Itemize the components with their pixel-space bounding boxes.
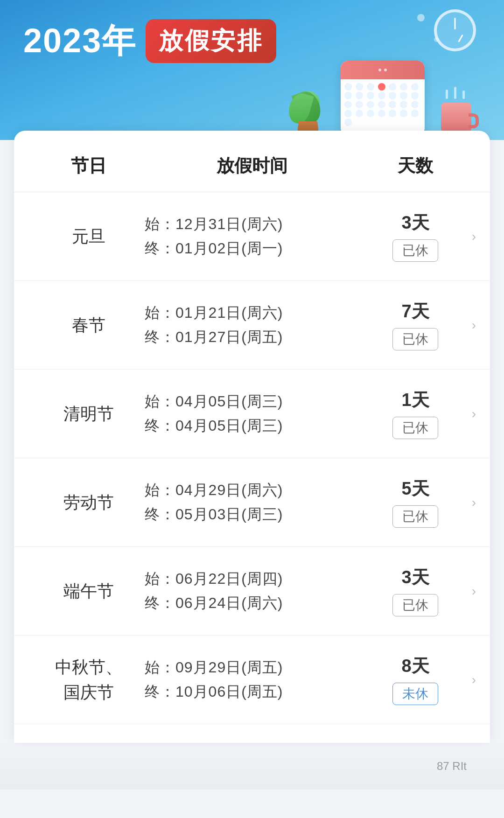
days-count: 7天 xyxy=(401,300,429,323)
status-badge: 已休 xyxy=(392,417,438,439)
holiday-dates: 始：04月29日(周六) 终：05月03日(周三) xyxy=(135,480,369,525)
chevron-right-icon: › xyxy=(472,406,476,421)
days-count: 3天 xyxy=(401,211,429,235)
start-date: 始：04月29日(周六) xyxy=(145,480,369,501)
bottom-area: 87 RIt xyxy=(0,743,504,790)
chevron-right-icon: › xyxy=(472,584,476,599)
content-card: 节日 放假时间 天数 元旦 始：12月31日(周六) 终：01月02日(周一) … xyxy=(14,131,490,743)
holiday-name: 清明节 xyxy=(42,401,135,426)
days-count: 1天 xyxy=(401,388,429,412)
holiday-dates: 始：01月21日(周六) 终：01月27日(周五) xyxy=(135,303,369,348)
start-date: 始：12月31日(周六) xyxy=(145,214,369,235)
start-date: 始：09月29日(周五) xyxy=(145,657,369,678)
holiday-name: 劳动节 xyxy=(42,490,135,515)
end-date: 终：06月24日(周六) xyxy=(145,593,369,614)
holiday-days-col: 3天 已休 xyxy=(369,566,462,616)
start-date: 始：06月22日(周四) xyxy=(145,569,369,589)
holiday-days-col: 8天 未休 xyxy=(369,654,462,705)
holiday-name: 春节 xyxy=(42,313,135,338)
chevron-right-icon: › xyxy=(472,672,476,687)
chevron-right-icon: › xyxy=(472,495,476,510)
mug-decoration xyxy=(441,93,478,135)
end-date: 终：10月06日(周五) xyxy=(145,682,369,702)
holiday-days-col: 5天 已休 xyxy=(369,477,462,528)
days-count: 8天 xyxy=(401,654,429,678)
plant-decoration xyxy=(280,65,336,140)
start-date: 始：01月21日(周六) xyxy=(145,303,369,323)
status-badge: 未休 xyxy=(392,683,438,705)
holiday-rows: 元旦 始：12月31日(周六) 终：01月02日(周一) 3天 已休 › 春节 … xyxy=(14,192,490,724)
holiday-badge: 放假安排 xyxy=(146,19,276,63)
holiday-row[interactable]: 中秋节、国庆节 始：09月29日(周五) 终：10月06日(周五) 8天 未休 … xyxy=(14,636,490,724)
status-badge: 已休 xyxy=(392,594,438,616)
banner: 2023年 放假安排 xyxy=(0,0,504,140)
holiday-row[interactable]: 清明节 始：04月05日(周三) 终：04月05日(周三) 1天 已休 › xyxy=(14,370,490,458)
holiday-name: 端午节 xyxy=(42,579,135,604)
holiday-days-col: 7天 已休 xyxy=(369,300,462,350)
end-date: 终：01月27日(周五) xyxy=(145,327,369,348)
col-header-days: 天数 xyxy=(369,154,462,178)
holiday-row[interactable]: 劳动节 始：04月29日(周六) 终：05月03日(周三) 5天 已休 › xyxy=(14,458,490,547)
calendar-decoration xyxy=(336,47,429,135)
holiday-dates: 始：04月05日(周三) 终：04月05日(周三) xyxy=(135,392,369,436)
holiday-dates: 始：12月31日(周六) 终：01月02日(周一) xyxy=(135,214,369,259)
holiday-dates: 始：06月22日(周四) 终：06月24日(周六) xyxy=(135,569,369,614)
holiday-days-col: 1天 已休 xyxy=(369,388,462,439)
start-date: 始：04月05日(周三) xyxy=(145,392,369,412)
col-header-holiday: 节日 xyxy=(42,154,135,178)
holiday-dates: 始：09月29日(周五) 终：10月06日(周五) xyxy=(135,657,369,702)
clock-icon xyxy=(434,9,476,51)
bottom-text: 87 RIt xyxy=(437,760,467,773)
holiday-name: 元旦 xyxy=(42,224,135,249)
deco-dot1 xyxy=(417,14,425,21)
year-text: 2023年 xyxy=(23,19,136,63)
holiday-row[interactable]: 端午节 始：06月22日(周四) 终：06月24日(周六) 3天 已休 › xyxy=(14,547,490,636)
end-date: 终：04月05日(周三) xyxy=(145,416,369,436)
banner-title: 2023年 放假安排 xyxy=(23,19,276,63)
status-badge: 已休 xyxy=(392,239,438,262)
holiday-days-col: 3天 已休 xyxy=(369,211,462,262)
badge-text: 放假安排 xyxy=(159,25,263,57)
col-header-time: 放假时间 xyxy=(135,154,369,178)
end-date: 终：05月03日(周三) xyxy=(145,504,369,525)
table-header: 节日 放假时间 天数 xyxy=(14,131,490,192)
holiday-row[interactable]: 春节 始：01月21日(周六) 终：01月27日(周五) 7天 已休 › xyxy=(14,281,490,370)
end-date: 终：01月02日(周一) xyxy=(145,238,369,259)
holiday-name: 中秋节、国庆节 xyxy=(42,655,135,705)
days-count: 3天 xyxy=(401,566,429,589)
days-count: 5天 xyxy=(401,477,429,501)
status-badge: 已休 xyxy=(392,328,438,350)
chevron-right-icon: › xyxy=(472,229,476,244)
holiday-row[interactable]: 元旦 始：12月31日(周六) 终：01月02日(周一) 3天 已休 › xyxy=(14,192,490,281)
status-badge: 已休 xyxy=(392,505,438,528)
chevron-right-icon: › xyxy=(472,318,476,333)
